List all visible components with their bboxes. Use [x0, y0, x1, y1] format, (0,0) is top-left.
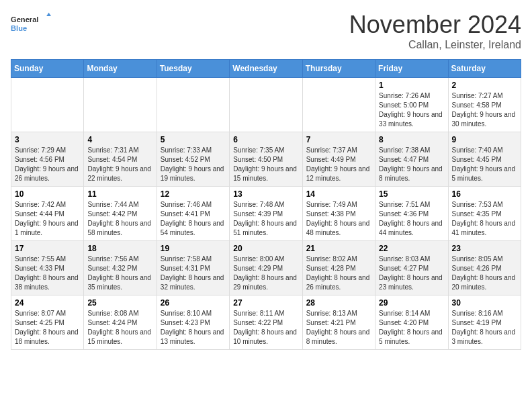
day-info: Sunrise: 8:03 AM Sunset: 4:27 PM Dayligh…: [379, 255, 444, 292]
day-number: 17: [15, 244, 80, 253]
day-info: Sunrise: 7:51 AM Sunset: 4:36 PM Dayligh…: [379, 200, 444, 238]
month-title: November 2024: [349, 11, 521, 39]
day-number: 5: [161, 135, 226, 144]
calendar-table: SundayMondayTuesdayWednesdayThursdayFrid…: [11, 59, 521, 350]
calendar-week-2: 3Sunrise: 7:29 AM Sunset: 4:56 PM Daylig…: [11, 132, 521, 187]
calendar-cell: [157, 78, 229, 132]
day-number: 2: [452, 81, 517, 90]
day-info: Sunrise: 7:33 AM Sunset: 4:52 PM Dayligh…: [161, 146, 226, 183]
day-number: 30: [452, 298, 517, 308]
day-number: 29: [379, 298, 444, 308]
calendar-cell: 15Sunrise: 7:51 AM Sunset: 4:36 PM Dayli…: [375, 187, 448, 241]
calendar-cell: 6Sunrise: 7:35 AM Sunset: 4:50 PM Daylig…: [230, 132, 302, 187]
calendar-cell: [11, 78, 84, 132]
calendar-cell: 22Sunrise: 8:03 AM Sunset: 4:27 PM Dayli…: [375, 241, 448, 295]
day-info: Sunrise: 7:38 AM Sunset: 4:47 PM Dayligh…: [379, 146, 444, 183]
day-info: Sunrise: 7:58 AM Sunset: 4:31 PM Dayligh…: [161, 255, 226, 292]
day-number: 4: [87, 135, 152, 144]
calendar-cell: 26Sunrise: 8:10 AM Sunset: 4:23 PM Dayli…: [157, 295, 229, 350]
day-info: Sunrise: 7:53 AM Sunset: 4:35 PM Dayligh…: [452, 200, 517, 238]
calendar-cell: 16Sunrise: 7:53 AM Sunset: 4:35 PM Dayli…: [448, 187, 521, 241]
day-number: 27: [233, 298, 298, 308]
day-number: 12: [161, 189, 226, 199]
day-info: Sunrise: 7:56 AM Sunset: 4:32 PM Dayligh…: [87, 255, 152, 292]
day-info: Sunrise: 8:13 AM Sunset: 4:21 PM Dayligh…: [306, 309, 371, 347]
calendar-cell: 9Sunrise: 7:40 AM Sunset: 4:45 PM Daylig…: [448, 132, 521, 187]
calendar-cell: 3Sunrise: 7:29 AM Sunset: 4:56 PM Daylig…: [11, 132, 84, 187]
calendar-cell: 20Sunrise: 8:00 AM Sunset: 4:29 PM Dayli…: [230, 241, 302, 295]
calendar-cell: 23Sunrise: 8:05 AM Sunset: 4:26 PM Dayli…: [448, 241, 521, 295]
day-number: 7: [306, 135, 371, 144]
day-info: Sunrise: 7:55 AM Sunset: 4:33 PM Dayligh…: [15, 255, 80, 292]
day-number: 11: [87, 189, 152, 199]
calendar-cell: 25Sunrise: 8:08 AM Sunset: 4:24 PM Dayli…: [84, 295, 157, 350]
day-info: Sunrise: 7:37 AM Sunset: 4:49 PM Dayligh…: [306, 146, 371, 183]
day-number: 1: [379, 81, 444, 90]
day-info: Sunrise: 8:10 AM Sunset: 4:23 PM Dayligh…: [161, 309, 226, 347]
calendar-week-5: 24Sunrise: 8:07 AM Sunset: 4:25 PM Dayli…: [11, 295, 521, 350]
logo-svg: General Blue: [11, 11, 51, 38]
day-number: 13: [233, 189, 298, 199]
day-number: 14: [306, 189, 371, 199]
calendar-cell: 2Sunrise: 7:27 AM Sunset: 4:58 PM Daylig…: [448, 78, 521, 132]
day-info: Sunrise: 7:26 AM Sunset: 5:00 PM Dayligh…: [379, 91, 444, 129]
day-info: Sunrise: 7:46 AM Sunset: 4:41 PM Dayligh…: [161, 200, 226, 238]
calendar-cell: 14Sunrise: 7:49 AM Sunset: 4:38 PM Dayli…: [302, 187, 375, 241]
day-info: Sunrise: 7:35 AM Sunset: 4:50 PM Dayligh…: [233, 146, 298, 183]
calendar-cell: 5Sunrise: 7:33 AM Sunset: 4:52 PM Daylig…: [157, 132, 229, 187]
day-info: Sunrise: 7:49 AM Sunset: 4:38 PM Dayligh…: [306, 200, 371, 238]
calendar-cell: 11Sunrise: 7:44 AM Sunset: 4:42 PM Dayli…: [84, 187, 157, 241]
day-info: Sunrise: 8:05 AM Sunset: 4:26 PM Dayligh…: [452, 255, 517, 292]
calendar-cell: 21Sunrise: 8:02 AM Sunset: 4:28 PM Dayli…: [302, 241, 375, 295]
day-info: Sunrise: 8:16 AM Sunset: 4:19 PM Dayligh…: [452, 309, 517, 347]
calendar-cell: 30Sunrise: 8:16 AM Sunset: 4:19 PM Dayli…: [448, 295, 521, 350]
col-header-thursday: Thursday: [302, 60, 375, 78]
day-number: 24: [15, 298, 80, 308]
col-header-friday: Friday: [375, 60, 448, 78]
calendar-cell: 13Sunrise: 7:48 AM Sunset: 4:39 PM Dayli…: [230, 187, 302, 241]
day-number: 15: [379, 189, 444, 199]
calendar-header-row: SundayMondayTuesdayWednesdayThursdayFrid…: [11, 60, 521, 78]
day-number: 26: [161, 298, 226, 308]
day-info: Sunrise: 8:07 AM Sunset: 4:25 PM Dayligh…: [15, 309, 80, 347]
day-number: 22: [379, 244, 444, 253]
day-number: 23: [452, 244, 517, 253]
calendar-cell: 10Sunrise: 7:42 AM Sunset: 4:44 PM Dayli…: [11, 187, 84, 241]
day-info: Sunrise: 8:11 AM Sunset: 4:22 PM Dayligh…: [233, 309, 298, 347]
day-number: 3: [15, 135, 80, 144]
day-info: Sunrise: 8:14 AM Sunset: 4:20 PM Dayligh…: [379, 309, 444, 347]
calendar-week-1: 1Sunrise: 7:26 AM Sunset: 5:00 PM Daylig…: [11, 78, 521, 132]
calendar-week-4: 17Sunrise: 7:55 AM Sunset: 4:33 PM Dayli…: [11, 241, 521, 295]
calendar-cell: 1Sunrise: 7:26 AM Sunset: 5:00 PM Daylig…: [375, 78, 448, 132]
calendar-cell: 27Sunrise: 8:11 AM Sunset: 4:22 PM Dayli…: [230, 295, 302, 350]
calendar-cell: 4Sunrise: 7:31 AM Sunset: 4:54 PM Daylig…: [84, 132, 157, 187]
day-info: Sunrise: 7:48 AM Sunset: 4:39 PM Dayligh…: [233, 200, 298, 238]
day-info: Sunrise: 7:29 AM Sunset: 4:56 PM Dayligh…: [15, 146, 80, 183]
col-header-wednesday: Wednesday: [230, 60, 302, 78]
calendar-cell: 29Sunrise: 8:14 AM Sunset: 4:20 PM Dayli…: [375, 295, 448, 350]
calendar-cell: 28Sunrise: 8:13 AM Sunset: 4:21 PM Dayli…: [302, 295, 375, 350]
day-info: Sunrise: 8:00 AM Sunset: 4:29 PM Dayligh…: [233, 255, 298, 292]
day-info: Sunrise: 8:02 AM Sunset: 4:28 PM Dayligh…: [306, 255, 371, 292]
title-area: November 2024 Callan, Leinster, Ireland: [349, 11, 521, 51]
day-number: 16: [452, 189, 517, 199]
location-subtitle: Callan, Leinster, Ireland: [349, 39, 521, 51]
calendar-cell: 18Sunrise: 7:56 AM Sunset: 4:32 PM Dayli…: [84, 241, 157, 295]
day-number: 10: [15, 189, 80, 199]
calendar-week-3: 10Sunrise: 7:42 AM Sunset: 4:44 PM Dayli…: [11, 187, 521, 241]
day-number: 28: [306, 298, 371, 308]
page-header: General Blue November 2024 Callan, Leins…: [11, 11, 521, 51]
logo: General Blue: [11, 11, 51, 38]
col-header-saturday: Saturday: [448, 60, 521, 78]
col-header-sunday: Sunday: [11, 60, 84, 78]
col-header-tuesday: Tuesday: [157, 60, 229, 78]
day-number: 18: [87, 244, 152, 253]
day-number: 21: [306, 244, 371, 253]
calendar-cell: 8Sunrise: 7:38 AM Sunset: 4:47 PM Daylig…: [375, 132, 448, 187]
col-header-monday: Monday: [84, 60, 157, 78]
day-info: Sunrise: 7:42 AM Sunset: 4:44 PM Dayligh…: [15, 200, 80, 238]
svg-marker-2: [46, 13, 51, 16]
calendar-cell: [302, 78, 375, 132]
calendar-cell: 12Sunrise: 7:46 AM Sunset: 4:41 PM Dayli…: [157, 187, 229, 241]
calendar-cell: 17Sunrise: 7:55 AM Sunset: 4:33 PM Dayli…: [11, 241, 84, 295]
